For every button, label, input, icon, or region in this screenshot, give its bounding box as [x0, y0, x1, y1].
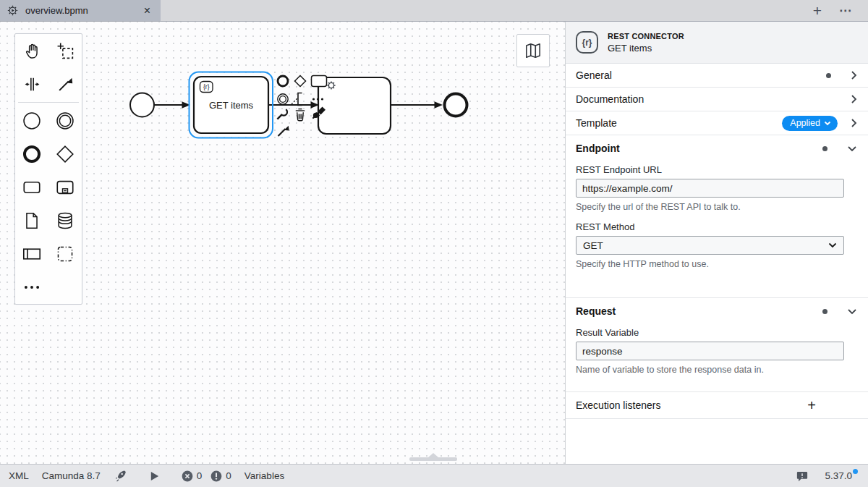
bpmn-diagram: {r} GET items: [0, 22, 565, 464]
start-instance-button[interactable]: [149, 470, 160, 482]
warning-count[interactable]: 0: [210, 470, 231, 482]
element-palette: [14, 33, 82, 305]
chevron-down-icon: [828, 242, 837, 248]
gateway-icon: [55, 144, 75, 164]
task-icon: [22, 177, 42, 198]
end-event[interactable]: [445, 94, 467, 117]
chevron-right-icon: [849, 93, 859, 106]
rest-method-select[interactable]: GET: [576, 236, 844, 255]
palette-group[interactable]: [48, 237, 82, 271]
palette-gateway[interactable]: [48, 137, 82, 171]
tab-overview-bpmn[interactable]: overview.bpmn ×: [0, 0, 161, 21]
warning-circle-icon: [210, 470, 222, 482]
tab-title: overview.bpmn: [25, 5, 135, 16]
chevron-down-icon: [846, 307, 859, 316]
endpoint-group-header[interactable]: Endpoint: [566, 135, 868, 161]
new-tab-button[interactable]: +: [807, 3, 827, 18]
palette-task[interactable]: [15, 171, 48, 204]
palette-data-object[interactable]: [15, 204, 48, 237]
element-name-label: GET items: [608, 43, 684, 54]
palette-intermediate-event[interactable]: [48, 104, 82, 137]
error-count[interactable]: 0: [182, 470, 203, 482]
palette-end-event[interactable]: [15, 137, 48, 171]
tab-bar-actions: + ⋯: [807, 0, 868, 21]
rest-endpoint-url-help: Specify the url of the REST API to talk …: [576, 202, 844, 212]
text-annotation-icon[interactable]: [292, 93, 302, 106]
palette-global-connect-tool[interactable]: [48, 67, 82, 101]
connect-tool-icon[interactable]: [278, 126, 289, 136]
status-bar: XML Camunda 8.7 0 0 Variables: [0, 464, 868, 487]
rest-endpoint-url-input[interactable]: [576, 179, 844, 198]
sequence-flow-2[interactable]: [268, 101, 319, 108]
variables-toggle-button[interactable]: Variables: [244, 470, 284, 481]
append-gateway-icon[interactable]: [295, 76, 306, 87]
connector-badge: {r}: [203, 83, 210, 90]
rest-method-help: Specify the HTTP method to use.: [576, 259, 844, 269]
trash-icon[interactable]: [296, 109, 305, 121]
participant-icon: [22, 244, 42, 264]
panel-resize-handle[interactable]: [409, 457, 457, 461]
chevron-down-icon: [824, 121, 831, 126]
group-icon: [56, 245, 75, 263]
start-event[interactable]: [130, 93, 154, 117]
edited-dot: [826, 73, 831, 78]
properties-header: {r} REST CONNECTOR GET items: [566, 22, 868, 64]
edited-dot: [822, 146, 827, 151]
group-row-documentation[interactable]: Documentation: [566, 88, 868, 111]
rest-connector-icon: {r}: [576, 31, 598, 54]
bpmn-canvas[interactable]: {r} GET items: [0, 22, 565, 464]
palette-start-event[interactable]: [15, 104, 48, 137]
rest-task-get-items[interactable]: {r} GET items: [190, 72, 273, 138]
palette-space-tool[interactable]: [15, 67, 48, 101]
end-event-icon: [22, 144, 42, 164]
update-available-dot: [853, 469, 858, 474]
context-pad-more-icon[interactable]: [312, 98, 323, 100]
data-object-icon: [22, 211, 41, 230]
wrench-icon[interactable]: [277, 109, 287, 119]
process-gear-icon: [7, 4, 19, 17]
palette-lasso-tool[interactable]: [48, 34, 82, 67]
start-event-icon: [22, 111, 42, 131]
add-listener-button[interactable]: +: [807, 398, 816, 412]
error-circle-icon: [182, 470, 193, 482]
group-row-general[interactable]: General: [566, 64, 868, 88]
ellipsis-icon: [22, 278, 41, 297]
feedback-bubble-icon: [796, 470, 809, 483]
chevron-down-icon: [846, 144, 859, 153]
rocket-icon: [115, 469, 129, 483]
group-row-template[interactable]: Template Applied: [566, 111, 868, 135]
group-endpoint: Endpoint REST Endpoint URL Specify the u…: [566, 135, 868, 298]
feedback-button[interactable]: [796, 470, 809, 483]
xml-toggle-button[interactable]: XML: [9, 470, 29, 481]
app-version[interactable]: 5.37.0: [825, 470, 858, 481]
subprocess-icon: [55, 177, 75, 198]
palette-separator: [18, 102, 79, 103]
template-applied-badge[interactable]: Applied: [782, 116, 838, 131]
palette-empty-cell: [48, 271, 82, 304]
play-icon: [149, 470, 160, 482]
hand-tool-icon: [23, 42, 41, 60]
palette-subprocess[interactable]: [48, 171, 82, 204]
sequence-flow-1[interactable]: [154, 101, 190, 108]
task-label: GET items: [209, 100, 254, 111]
palette-more-tools[interactable]: [15, 271, 48, 304]
append-end-event-icon[interactable]: [278, 76, 288, 86]
data-store-icon: [55, 211, 75, 231]
engine-version-button[interactable]: Camunda 8.7: [42, 470, 101, 481]
request-group-header[interactable]: Request: [566, 298, 868, 324]
append-intermediate-event-icon[interactable]: [278, 94, 288, 104]
space-tool-icon: [23, 75, 41, 93]
palette-hand-tool[interactable]: [15, 34, 48, 67]
minimap-toggle-button[interactable]: [516, 34, 550, 67]
rest-method-label: REST Method: [576, 221, 844, 232]
palette-participant[interactable]: [15, 237, 48, 271]
palette-data-store[interactable]: [48, 204, 82, 237]
result-variable-input[interactable]: [576, 342, 844, 360]
tab-close-icon[interactable]: ×: [141, 5, 153, 17]
deploy-button[interactable]: [115, 469, 129, 483]
append-task-icon[interactable]: [312, 76, 327, 87]
tab-overflow-button[interactable]: ⋯: [835, 3, 856, 18]
execution-listeners-row[interactable]: Execution listeners +: [566, 392, 868, 419]
sequence-flow-3[interactable]: [391, 101, 443, 108]
camunda-modeler-window: overview.bpmn × + ⋯: [0, 0, 868, 487]
